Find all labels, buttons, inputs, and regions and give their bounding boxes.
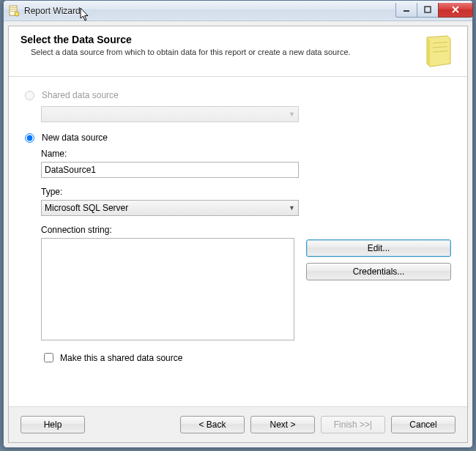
wizard-body: Select the Data Source Select a data sou… — [8, 26, 468, 443]
name-input[interactable] — [41, 162, 299, 178]
finish-button: Finish >>| — [321, 416, 385, 433]
credentials-button[interactable]: Credentials... — [306, 263, 451, 280]
type-value: Microsoft SQL Server — [45, 203, 128, 213]
svg-rect-2 — [10, 9, 16, 10]
next-button[interactable]: Next > — [250, 416, 315, 433]
footer: Help < Back Next > Finish >>| Cancel — [9, 406, 467, 442]
titlebar[interactable]: Report Wizard — [4, 1, 472, 21]
header: Select the Data Source Select a data sou… — [9, 26, 467, 77]
edit-button[interactable]: Edit... — [306, 239, 451, 257]
type-select[interactable]: Microsoft SQL Server ▼ — [41, 200, 299, 216]
minimize-button[interactable] — [395, 3, 417, 18]
window-controls — [396, 3, 473, 18]
back-button[interactable]: < Back — [180, 416, 245, 433]
header-icon — [420, 34, 455, 69]
type-label: Type: — [41, 187, 451, 197]
svg-rect-3 — [10, 11, 16, 12]
shared-source-label: Shared data source — [42, 90, 119, 100]
shared-source-select: ▼ — [41, 106, 299, 122]
connection-string-input[interactable] — [41, 238, 294, 340]
new-source-option[interactable]: New data source — [25, 133, 451, 143]
name-label: Name: — [41, 149, 451, 159]
cancel-button[interactable]: Cancel — [391, 416, 455, 433]
shared-source-option: Shared data source — [25, 90, 451, 100]
svg-point-4 — [15, 12, 19, 16]
chevron-down-icon: ▼ — [289, 111, 295, 118]
page-title: Select the Data Source — [21, 34, 412, 45]
new-source-radio[interactable] — [25, 133, 34, 143]
page-subtitle: Select a data source from which to obtai… — [31, 48, 412, 56]
content: Shared data source ▼ New data source Nam… — [9, 77, 467, 406]
window-title: Report Wizard — [24, 6, 396, 16]
shared-checkbox-row[interactable]: Make this a shared data source — [41, 351, 451, 365]
wizard-window: Report Wizard Select the Data Source Sel… — [3, 0, 473, 448]
shared-source-radio — [25, 91, 34, 100]
app-icon — [8, 5, 20, 17]
connection-label: Connection string: — [41, 225, 451, 235]
help-button[interactable]: Help — [21, 416, 85, 433]
svg-rect-1 — [10, 7, 16, 8]
maximize-button[interactable] — [417, 3, 439, 18]
shared-checkbox[interactable] — [44, 353, 53, 362]
close-button[interactable] — [438, 3, 473, 18]
svg-rect-5 — [404, 10, 409, 12]
svg-rect-6 — [425, 7, 431, 12]
new-source-label: New data source — [42, 133, 108, 143]
shared-checkbox-label: Make this a shared data source — [60, 353, 182, 363]
chevron-down-icon: ▼ — [289, 204, 295, 212]
